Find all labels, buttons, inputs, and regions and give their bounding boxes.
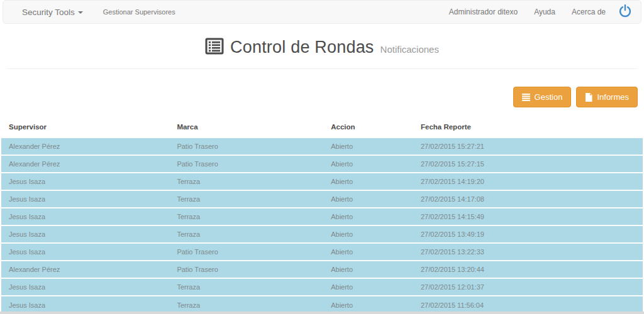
table-row[interactable]: Jesus IsazaPatio TraseroAbierto27/02/201… [1,243,643,261]
table-cell: Patio Trasero [174,261,328,278]
table-cell: Abierto [328,225,418,243]
table-cell: Jesus Isaza [1,243,174,261]
navbar-left: Security Tools Gestionar Supervisores [22,8,175,17]
notifications-table: SupervisorMarcaAccionFecha Reporte Alexa… [1,117,643,313]
table-row[interactable]: Alexander PérezPatio TraseroAbierto27/02… [1,138,643,155]
table-cell: Jesus Isaza [1,278,174,296]
table-cell: Abierto [328,243,418,261]
table-cell: Abierto [328,296,418,313]
table-cell: Alexander Pérez [1,261,174,278]
table-cell: Abierto [328,208,418,225]
nav-administrador-ditexo[interactable]: Administrador ditexo [449,8,518,16]
table-cell: Abierto [328,155,418,173]
table-cell: 27/02/2015 13:49:19 [418,225,643,243]
table-cell: Abierto [328,261,418,278]
table-cell: Abierto [328,138,418,155]
table-cell: 27/02/2015 14:15:49 [418,208,643,225]
table-cell: 27/02/2015 14:19:20 [418,173,643,190]
navbar: Security Tools Gestionar Supervisores Ad… [3,0,641,24]
table-cell: Terraza [174,190,328,208]
table-cell: Terraza [174,173,328,190]
page-subtitle-text: Notificaciones [380,44,439,55]
table-cell: 27/02/2015 14:17:08 [418,190,643,208]
navbar-right: Administrador ditexo Ayuda Acerca de [433,4,632,20]
table-cell: Patio Trasero [174,155,328,173]
chevron-down-icon [78,11,83,14]
table-cell: Abierto [328,190,418,208]
table-cell: Alexander Pérez [1,138,174,155]
table-row[interactable]: Jesus IsazaTerrazaAbierto27/02/2015 12:0… [1,278,643,296]
toolbar: Gestion Informes [0,87,638,107]
table-cell: Alexander Pérez [1,155,174,173]
table-cell: Jesus Isaza [1,190,174,208]
table-cell: Terraza [174,225,328,243]
table-cell: 27/02/2015 13:22:33 [418,243,643,261]
bottom-edge-strip [0,311,644,314]
table-cell: 27/02/2015 15:27:15 [418,155,643,173]
nav-gestionar-supervisores[interactable]: Gestionar Supervisores [103,8,175,16]
table-cell: Patio Trasero [174,243,328,261]
informes-button[interactable]: Informes [576,87,638,107]
table-cell: Abierto [328,278,418,296]
gestion-button[interactable]: Gestion [513,87,572,107]
table-cell: Terraza [174,296,328,313]
header-divider [6,68,638,69]
table-cell: Abierto [328,173,418,190]
table-cell: Terraza [174,208,328,225]
nav-security-tools-label: Security Tools [22,8,75,17]
power-icon [618,4,632,20]
nav-security-tools-dropdown[interactable]: Security Tools [22,8,83,17]
column-header: Marca [174,117,328,138]
table-row[interactable]: Alexander PérezPatio TraseroAbierto27/02… [1,261,643,278]
table-cell: Jesus Isaza [1,296,174,313]
column-header: Fecha Reporte [418,117,643,138]
align-justify-icon [522,94,530,101]
page-title: Control de Rondas Notificaciones [0,38,644,57]
table-row[interactable]: Jesus IsazaTerrazaAbierto27/02/2015 11:5… [1,296,643,313]
table-cell: 27/02/2015 13:20:44 [418,261,643,278]
file-icon [585,93,592,102]
table-cell: Jesus Isaza [1,173,174,190]
table-cell: Jesus Isaza [1,208,174,225]
column-header: Supervisor [1,117,174,138]
table-row[interactable]: Jesus IsazaTerrazaAbierto27/02/2015 14:1… [1,190,643,208]
table-row[interactable]: Alexander PérezPatio TraseroAbierto27/02… [1,155,643,173]
nav-ayuda[interactable]: Ayuda [534,8,555,16]
table-row[interactable]: Jesus IsazaTerrazaAbierto27/02/2015 14:1… [1,173,643,190]
nav-acerca-de[interactable]: Acerca de [572,8,606,16]
table-row[interactable]: Jesus IsazaTerrazaAbierto27/02/2015 14:1… [1,208,643,225]
column-header: Accion [328,117,418,138]
table-cell: 27/02/2015 11:56:04 [418,296,643,313]
logout-power-button[interactable] [618,4,632,20]
table-cell: 27/02/2015 12:01:37 [418,278,643,296]
table-cell: Terraza [174,278,328,296]
list-alt-icon [205,38,224,57]
informes-button-label: Informes [597,92,629,102]
table-cell: 27/02/2015 15:27:21 [418,138,643,155]
table-cell: Patio Trasero [174,138,328,155]
table-row[interactable]: Jesus IsazaTerrazaAbierto27/02/2015 13:4… [1,225,643,243]
page-title-text: Control de Rondas [230,38,374,57]
table-cell: Jesus Isaza [1,225,174,243]
gestion-button-label: Gestion [535,92,563,102]
table-header-row: SupervisorMarcaAccionFecha Reporte [1,117,643,138]
